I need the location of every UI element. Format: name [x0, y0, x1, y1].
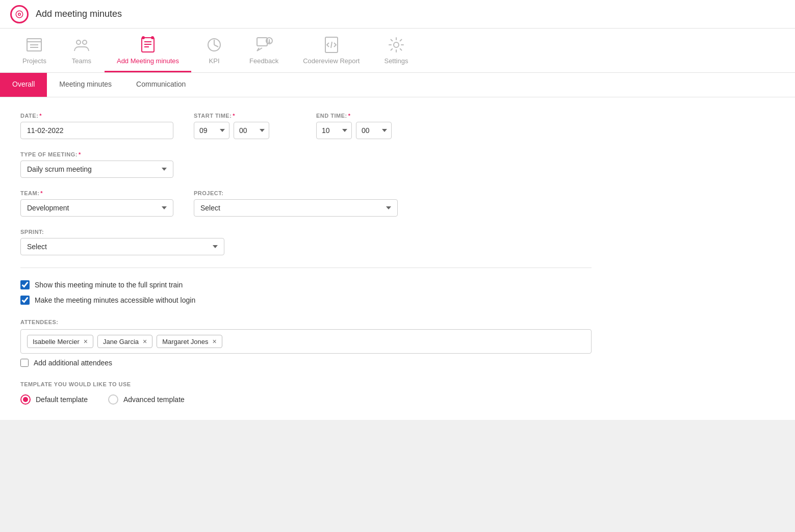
- nav-tabs: Projects Teams Add Meeting minutes KPI: [0, 29, 795, 73]
- checkbox-sprint-train[interactable]: Show this meeting minute to the full spr…: [20, 280, 592, 289]
- template-advanced[interactable]: Advanced template: [108, 394, 185, 405]
- nav-tab-settings[interactable]: Settings: [372, 29, 420, 72]
- checkbox-no-login[interactable]: Make the meeting minutes accessible with…: [20, 296, 592, 305]
- date-input[interactable]: [20, 122, 173, 139]
- add-attendees-row: Add additional attendees: [20, 359, 592, 367]
- sprint-select[interactable]: Select Sprint 1 Sprint 2 Sprint 3: [20, 238, 224, 255]
- team-group: TEAM:* Development Design QA Management: [20, 190, 173, 217]
- attendee-tag-isabelle: Isabelle Mercier ×: [27, 335, 93, 348]
- project-label: PROJECT:: [194, 190, 398, 196]
- svg-line-20: [331, 42, 332, 48]
- attendees-label: ATTENDEES:: [20, 319, 592, 325]
- start-time-selects: 09 00: [194, 122, 296, 139]
- attendee-remove-jane[interactable]: ×: [143, 338, 147, 345]
- nav-tab-kpi[interactable]: KPI: [191, 29, 237, 72]
- type-label: TYPE OF MEETING:*: [20, 151, 173, 157]
- sub-tabs: Overall Meeting minutes Communication: [0, 73, 795, 97]
- attendees-box[interactable]: Isabelle Mercier × Jane Garcia × Margare…: [20, 329, 592, 354]
- end-minute-select[interactable]: 00: [356, 122, 392, 139]
- project-select[interactable]: Select Project Alpha Project Beta: [194, 199, 398, 217]
- type-select[interactable]: Daily scrum meeting Weekly meeting Sprin…: [20, 161, 173, 178]
- date-label: DATE:*: [20, 113, 173, 119]
- nav-tab-teams[interactable]: Teams: [59, 29, 105, 72]
- divider: [20, 268, 592, 268]
- sprint-group: SPRINT: Select Sprint 1 Sprint 2 Sprint …: [20, 229, 224, 255]
- checkbox-no-login-input[interactable]: [20, 296, 30, 305]
- attendee-tag-margaret: Margaret Jones ×: [157, 335, 222, 348]
- sub-tab-overall[interactable]: Overall: [0, 73, 47, 97]
- nav-tab-feedback[interactable]: Feedback: [237, 29, 291, 72]
- svg-point-21: [394, 42, 399, 47]
- sprint-label: SPRINT:: [20, 229, 224, 235]
- app-icon: [10, 5, 29, 23]
- start-time-group: START TIME:* 09 00: [194, 113, 296, 139]
- end-time-selects: 10 00: [316, 122, 418, 139]
- start-hour-select[interactable]: 09: [194, 122, 229, 139]
- sprint-row: SPRINT: Select Sprint 1 Sprint 2 Sprint …: [20, 229, 592, 255]
- sub-tab-communication[interactable]: Communication: [124, 73, 198, 97]
- checkbox-sprint-train-input[interactable]: [20, 280, 30, 289]
- start-minute-select[interactable]: 00: [234, 122, 269, 139]
- start-time-label: START TIME:*: [194, 113, 296, 119]
- top-bar: Add meeting minutes: [0, 0, 795, 29]
- svg-point-1: [18, 13, 21, 15]
- end-time-group: END TIME:* 10 00: [316, 113, 418, 139]
- nav-tab-codereview-report[interactable]: Codereview Report: [291, 29, 372, 72]
- sub-tab-meeting-minutes[interactable]: Meeting minutes: [47, 73, 124, 97]
- svg-point-18: [269, 42, 270, 43]
- content-area: Overall Meeting minutes Communication DA…: [0, 73, 795, 420]
- team-project-row: TEAM:* Development Design QA Management …: [20, 190, 592, 217]
- svg-point-6: [76, 40, 81, 44]
- template-default[interactable]: Default template: [20, 394, 88, 405]
- form-area: DATE:* START TIME:* 09 00: [0, 97, 612, 420]
- attendees-section: ATTENDEES: Isabelle Mercier × Jane Garci…: [20, 319, 592, 367]
- end-time-label: END TIME:*: [316, 113, 418, 119]
- template-section: TEMPLATE YOU WOULD LIKE TO USE Default t…: [20, 381, 592, 405]
- date-time-row: DATE:* START TIME:* 09 00: [20, 113, 592, 139]
- page-title: Add meeting minutes: [36, 9, 122, 19]
- nav-tab-projects[interactable]: Projects: [10, 29, 59, 72]
- type-group: TYPE OF MEETING:* Daily scrum meeting We…: [20, 151, 173, 178]
- end-hour-select[interactable]: 10: [316, 122, 352, 139]
- template-label-title: TEMPLATE YOU WOULD LIKE TO USE: [20, 381, 592, 387]
- nav-tab-add-meeting-minutes[interactable]: Add Meeting minutes: [105, 29, 191, 72]
- add-attendees-checkbox[interactable]: [20, 359, 29, 367]
- svg-point-13: [151, 36, 154, 39]
- type-of-meeting-row: TYPE OF MEETING:* Daily scrum meeting We…: [20, 151, 592, 178]
- date-group: DATE:*: [20, 113, 173, 139]
- svg-point-7: [83, 40, 87, 44]
- radio-default[interactable]: [20, 394, 31, 405]
- checkbox-group: Show this meeting minute to the full spr…: [20, 280, 592, 305]
- project-group: PROJECT: Select Project Alpha Project Be…: [194, 190, 398, 217]
- radio-advanced[interactable]: [108, 394, 118, 405]
- template-options: Default template Advanced template: [20, 394, 592, 405]
- svg-point-0: [16, 11, 23, 18]
- svg-point-12: [142, 36, 145, 39]
- team-label: TEAM:*: [20, 190, 173, 196]
- attendee-tag-jane: Jane Garcia ×: [97, 335, 152, 348]
- attendee-remove-isabelle[interactable]: ×: [84, 338, 88, 345]
- team-select[interactable]: Development Design QA Management: [20, 199, 173, 217]
- attendee-remove-margaret[interactable]: ×: [213, 338, 217, 345]
- svg-rect-15: [257, 38, 267, 46]
